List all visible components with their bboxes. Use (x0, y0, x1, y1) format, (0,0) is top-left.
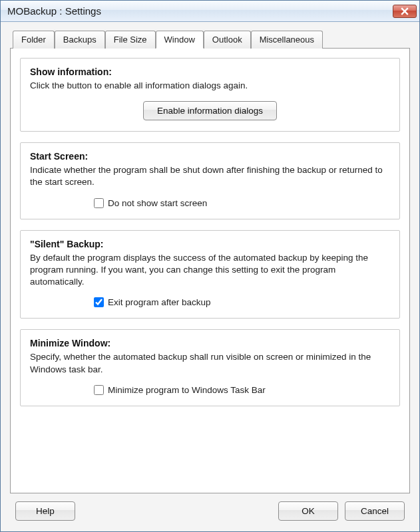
checkbox-row-start-screen[interactable]: Do not show start screen (94, 198, 207, 208)
checkbox-row-minimize[interactable]: Minimize program to Windows Task Bar (94, 385, 266, 395)
checkbox-row-silent-backup[interactable]: Exit program after backup (94, 297, 211, 307)
checkbox-label-minimize: Minimize program to Windows Task Bar (108, 385, 266, 395)
checkbox-label-silent-backup: Exit program after backup (108, 297, 211, 307)
tabstrip: Folder Backups File Size Window Outlook … (10, 30, 410, 48)
tab-miscellaneous[interactable]: Miscellaneous (251, 31, 323, 49)
settings-window: MOBackup : Settings Folder Backups File … (0, 0, 420, 532)
checkbox-minimize-to-taskbar[interactable] (94, 385, 104, 395)
group-desc-minimize-window: Specify, whether the automated backup sh… (30, 351, 390, 375)
group-show-information: Show information: Click the button to en… (20, 58, 400, 132)
tabpanel-window: Show information: Click the button to en… (10, 48, 410, 493)
checkbox-label-start-screen: Do not show start screen (108, 198, 207, 208)
group-title-show-information: Show information: (30, 66, 390, 77)
tab-backups[interactable]: Backups (55, 31, 105, 49)
enable-information-dialogs-button[interactable]: Enable information dialogs (143, 101, 277, 120)
group-minimize-window: Minimize Window: Specify, whether the au… (20, 329, 400, 406)
group-title-silent-backup: "Silent" Backup: (30, 239, 390, 249)
group-desc-silent-backup: By default the program displays the succ… (30, 252, 390, 289)
client-area: Folder Backups File Size Window Outlook … (1, 22, 419, 531)
tab-folder[interactable]: Folder (13, 31, 55, 49)
titlebar: MOBackup : Settings (1, 1, 419, 22)
tab-outlook[interactable]: Outlook (204, 31, 251, 49)
group-silent-backup: "Silent" Backup: By default the program … (20, 230, 400, 319)
group-desc-start-screen: Indicate whether the program shall be sh… (30, 164, 390, 188)
cancel-button[interactable]: Cancel (345, 501, 405, 521)
tab-filesize[interactable]: File Size (105, 31, 156, 49)
close-icon (401, 7, 409, 15)
group-start-screen: Start Screen: Indicate whether the progr… (20, 142, 400, 219)
group-desc-show-information: Click the button to enable all informati… (30, 80, 390, 92)
ok-button[interactable]: OK (278, 501, 338, 521)
dialog-footer: Help OK Cancel (10, 493, 410, 523)
close-button[interactable] (393, 5, 417, 18)
help-button[interactable]: Help (15, 501, 75, 521)
tab-window[interactable]: Window (156, 31, 204, 49)
group-title-minimize-window: Minimize Window: (30, 338, 390, 348)
checkbox-exit-program-after-backup[interactable] (94, 297, 104, 307)
checkbox-do-not-show-start-screen[interactable] (94, 198, 104, 208)
group-title-start-screen: Start Screen: (30, 151, 390, 162)
window-title: MOBackup : Settings (7, 5, 393, 17)
